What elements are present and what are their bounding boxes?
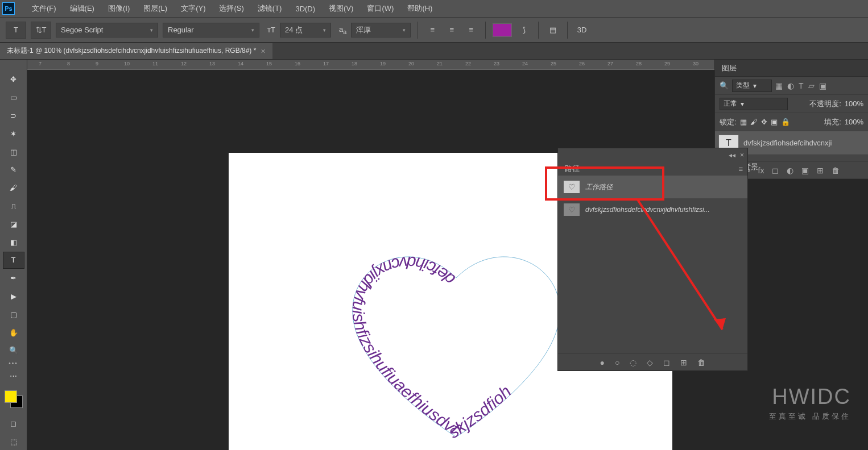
- color-picker[interactable]: [5, 390, 23, 409]
- layers-panel-tab[interactable]: 图层: [715, 60, 868, 77]
- font-size-icon: тT: [267, 26, 275, 34]
- close-tab-icon[interactable]: ×: [261, 47, 265, 56]
- group-icon[interactable]: ▣: [801, 166, 809, 175]
- font-size-value: 24 点: [285, 25, 303, 35]
- path-item-work[interactable]: ♡ 工作路径: [558, 176, 747, 198]
- layer-filter-icons: ▦ ◐ T ▱ ▣: [775, 81, 826, 90]
- menu-3d[interactable]: 3D(D): [288, 5, 322, 13]
- layer-filter-dropdown[interactable]: 类型▾: [732, 80, 772, 92]
- antialias-dropdown[interactable]: 浑厚▾: [351, 23, 411, 38]
- lock-pos-icon[interactable]: ✥: [761, 118, 767, 126]
- add-mask-icon[interactable]: ◻: [663, 358, 670, 367]
- filter-type-icon[interactable]: T: [799, 81, 804, 90]
- warp-text-icon[interactable]: ⟆: [516, 23, 531, 38]
- magic-wand-tool-icon[interactable]: ✶: [3, 125, 24, 142]
- screenmode-tool-icon[interactable]: ⬚: [3, 433, 24, 450]
- document-tab-bar: 未标题-1 @ 100% (dvfskjzsdfiohsdefcihdvcnxj…: [0, 43, 868, 60]
- lock-label: 锁定:: [720, 117, 737, 127]
- filter-shape-icon[interactable]: ▱: [808, 81, 815, 90]
- adjustment-layer-icon[interactable]: ◐: [787, 166, 793, 175]
- menu-filter[interactable]: 滤镜(T): [251, 3, 289, 14]
- menu-select[interactable]: 选择(S): [212, 3, 250, 14]
- close-panel-icon[interactable]: ×: [740, 151, 744, 159]
- type-tool-preset-icon[interactable]: T: [6, 22, 26, 39]
- layer-fx-icon[interactable]: fx: [758, 166, 764, 175]
- path-to-selection-icon[interactable]: ◌: [630, 358, 636, 367]
- opacity-value[interactable]: 100%: [845, 99, 863, 108]
- svg-text:defcihdvcnxjidhvfuishfizsihufi: defcihdvcnxjidhvfuishfizsihufiuaefhiusdv…: [349, 253, 514, 442]
- panel-menu-icon[interactable]: ≡: [738, 165, 743, 173]
- lock-trans-icon[interactable]: ▦: [740, 118, 747, 126]
- collapse-icon[interactable]: ◂◂: [729, 151, 735, 159]
- heart-path-text: defcihdvcnxjidhvfuishfizsihufiuaefhiusdv…: [342, 232, 593, 450]
- menu-type[interactable]: 文字(Y): [174, 3, 212, 14]
- quickmask-tool-icon[interactable]: ◻: [3, 415, 24, 432]
- font-size-dropdown[interactable]: 24 点▾: [280, 23, 331, 38]
- align-right-icon[interactable]: ≡: [464, 23, 478, 38]
- paths-panel: ◂◂ × 路径 ≡ ♡ 工作路径 ♡ dvfskjzsdfiohsdefcihd…: [557, 148, 748, 371]
- lasso-tool-icon[interactable]: ⊃: [3, 107, 24, 124]
- eyedropper-tool-icon[interactable]: ✎: [3, 161, 24, 178]
- fill-value[interactable]: 100%: [845, 118, 863, 126]
- path-thumb-icon: ♡: [564, 203, 580, 216]
- new-layer-icon[interactable]: ⊞: [817, 166, 824, 175]
- text-color-swatch[interactable]: [493, 23, 512, 37]
- font-family-dropdown[interactable]: Segoe Script▾: [56, 23, 158, 38]
- stroke-path-icon[interactable]: ○: [615, 358, 619, 367]
- text-orientation-icon[interactable]: ⇅T: [31, 22, 51, 39]
- brush-tool-icon[interactable]: 🖌: [3, 180, 24, 197]
- watermark-subtitle: 至真至诚 品质保住: [769, 411, 851, 422]
- type-tool-icon[interactable]: T: [3, 252, 24, 269]
- shape-tool-icon[interactable]: ▢: [3, 306, 24, 323]
- menu-bar: Ps 文件(F) 编辑(E) 图像(I) 图层(L) 文字(Y) 选择(S) 滤…: [0, 0, 868, 17]
- paths-tab-label[interactable]: 路径: [565, 164, 580, 174]
- blend-mode-dropdown[interactable]: 正常▾: [720, 98, 788, 110]
- tool-divider: •••: [9, 360, 18, 366]
- lock-paint-icon[interactable]: 🖌: [750, 118, 758, 126]
- path-item-text[interactable]: ♡ dvfskjzsdfiohsdefcihdvcnxjidhvfuishfiz…: [558, 198, 747, 221]
- delete-path-icon[interactable]: 🗑: [697, 358, 705, 367]
- zoom-tool-icon[interactable]: 🔍: [3, 342, 24, 359]
- filter-pixel-icon[interactable]: ▦: [775, 81, 783, 90]
- marquee-tool-icon[interactable]: ▭: [3, 89, 24, 106]
- menu-layer[interactable]: 图层(L): [137, 3, 174, 14]
- path-select-tool-icon[interactable]: ▶: [3, 288, 24, 305]
- paths-panel-footer: ● ○ ◌ ◇ ◻ ⊞ 🗑: [558, 353, 747, 370]
- stamp-tool-icon[interactable]: ⎍: [3, 198, 24, 215]
- font-family-value: Segoe Script: [61, 26, 103, 34]
- selection-to-path-icon[interactable]: ◇: [647, 358, 653, 367]
- menu-image[interactable]: 图像(I): [101, 3, 137, 14]
- fill-path-icon[interactable]: ●: [600, 358, 605, 367]
- gradient-tool-icon[interactable]: ◧: [3, 234, 24, 251]
- document-tab-title: 未标题-1 @ 100% (dvfskjzsdfiohsdefcihdvcnxj…: [7, 46, 256, 56]
- align-left-icon[interactable]: ≡: [425, 23, 440, 38]
- antialias-value: 浑厚: [356, 25, 371, 35]
- menu-file[interactable]: 文件(F): [25, 3, 63, 14]
- search-icon: 🔍: [720, 81, 729, 90]
- delete-layer-icon[interactable]: 🗑: [832, 166, 840, 175]
- menu-view[interactable]: 视图(V): [322, 3, 360, 14]
- edit-toolbar-icon[interactable]: ⋯: [3, 368, 24, 385]
- menu-help[interactable]: 帮助(H): [400, 3, 439, 14]
- layer-mask-icon[interactable]: ◻: [772, 166, 779, 175]
- crop-tool-icon[interactable]: ◫: [3, 143, 24, 160]
- filter-adjust-icon[interactable]: ◐: [787, 81, 794, 90]
- align-center-icon[interactable]: ≡: [444, 23, 459, 38]
- filter-smart-icon[interactable]: ▣: [819, 81, 826, 90]
- document-tab[interactable]: 未标题-1 @ 100% (dvfskjzsdfiohsdefcihdvcnxj…: [0, 43, 272, 59]
- pen-tool-icon[interactable]: ✒: [3, 270, 24, 287]
- new-path-icon[interactable]: ⊞: [680, 358, 687, 367]
- move-tool-icon[interactable]: ✥: [3, 71, 24, 88]
- foreground-color-swatch[interactable]: [5, 390, 17, 403]
- lock-all-icon[interactable]: 🔒: [781, 118, 790, 126]
- layer-name: dvfskjzsdfiohsdefcihdvcnxji: [743, 139, 832, 147]
- eraser-tool-icon[interactable]: ◪: [3, 215, 24, 232]
- menu-window[interactable]: 窗口(W): [360, 3, 400, 14]
- character-panel-icon[interactable]: ▤: [545, 23, 560, 38]
- menu-edit[interactable]: 编辑(E): [63, 3, 101, 14]
- lock-artboard-icon[interactable]: ▣: [771, 118, 778, 126]
- hand-tool-icon[interactable]: ✋: [3, 324, 24, 341]
- font-weight-dropdown[interactable]: Regular▾: [163, 23, 259, 38]
- 3d-icon[interactable]: 3D: [574, 23, 589, 38]
- options-bar: T ⇅T Segoe Script▾ Regular▾ тT 24 点▾ aa …: [0, 17, 868, 43]
